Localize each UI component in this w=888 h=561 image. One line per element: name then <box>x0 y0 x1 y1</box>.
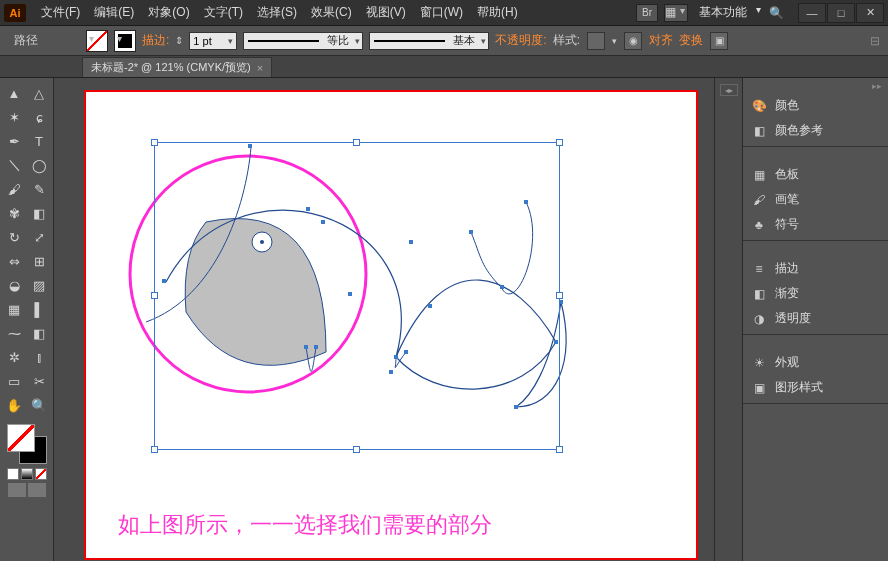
title-bar: Ai 文件(F) 编辑(E) 对象(O) 文字(T) 选择(S) 效果(C) 视… <box>0 0 888 26</box>
selection-bbox[interactable] <box>154 142 560 450</box>
bbox-handle-tc[interactable] <box>353 139 360 146</box>
blend-tool[interactable]: ◧ <box>28 322 51 344</box>
annotation-caption: 如上图所示，一一选择我们需要的部分 <box>118 510 492 540</box>
menu-effect[interactable]: 效果(C) <box>304 1 359 24</box>
panel-symbols[interactable]: ♣符号 <box>743 212 888 237</box>
stroke-weight-input[interactable]: 1 pt▾ <box>189 32 237 50</box>
brush-icon: 🖌 <box>751 192 767 208</box>
transform-label[interactable]: 变换 <box>679 32 703 49</box>
panel-gradient[interactable]: ◧渐变 <box>743 281 888 306</box>
profile1-label: 等比 <box>323 33 353 48</box>
selection-tool[interactable]: ▲ <box>3 82 26 104</box>
artboard[interactable]: 如上图所示，一一选择我们需要的部分 <box>84 90 698 560</box>
stroke-swatch[interactable] <box>114 30 136 52</box>
color-mode-solid[interactable] <box>7 468 19 480</box>
maximize-button[interactable]: □ <box>827 3 855 23</box>
bbox-handle-bc[interactable] <box>353 446 360 453</box>
panel-color[interactable]: 🎨颜色 <box>743 93 888 118</box>
close-button[interactable]: ✕ <box>856 3 884 23</box>
mesh-tool[interactable]: ▦ <box>3 298 26 320</box>
direct-selection-tool[interactable]: △ <box>28 82 51 104</box>
fill-stroke-indicator[interactable] <box>5 424 49 464</box>
gradient-tool[interactable]: ▌ <box>28 298 51 320</box>
bbox-handle-bl[interactable] <box>151 446 158 453</box>
toolbox: ▲△ ✶ɕ ✒T ＼◯ 🖌✎ ✾◧ ↻⤢ ⇔⊞ ◒▨ ▦▌ ⁓◧ ✲⫿ ▭✂ ✋… <box>0 78 54 561</box>
panel-transparency-label: 透明度 <box>775 310 811 327</box>
stroke-label[interactable]: 描边: <box>142 32 169 49</box>
artboard-tool[interactable]: ▭ <box>3 370 26 392</box>
menu-file[interactable]: 文件(F) <box>34 1 87 24</box>
brush-def-dropdown[interactable]: 基本▾ <box>369 32 489 50</box>
ellipse-tool[interactable]: ◯ <box>28 154 51 176</box>
type-tool[interactable]: T <box>28 130 51 152</box>
menu-edit[interactable]: 编辑(E) <box>87 1 141 24</box>
style-thumb[interactable] <box>587 32 605 50</box>
isolate-button[interactable]: ▣ <box>710 32 728 50</box>
zoom-tool[interactable]: 🔍 <box>28 394 51 416</box>
arrange-docs-dropdown[interactable]: ▦ <box>664 4 688 22</box>
bbox-handle-mr[interactable] <box>556 292 563 299</box>
bbox-handle-br[interactable] <box>556 446 563 453</box>
canvas[interactable]: 如上图所示，一一选择我们需要的部分 <box>54 78 714 561</box>
search-icon[interactable]: 🔍 <box>767 4 785 22</box>
width-tool[interactable]: ⇔ <box>3 250 26 272</box>
align-label[interactable]: 对齐 <box>649 32 673 49</box>
menu-type[interactable]: 文字(T) <box>197 1 250 24</box>
bbox-handle-tr[interactable] <box>556 139 563 146</box>
paintbrush-tool[interactable]: 🖌 <box>3 178 26 200</box>
document-tab[interactable]: 未标题-2* @ 121% (CMYK/预览) × <box>82 57 272 77</box>
panel-stroke[interactable]: ≡描边 <box>743 256 888 281</box>
document-tab-close-icon[interactable]: × <box>257 62 263 74</box>
symbol-sprayer-tool[interactable]: ✲ <box>3 346 26 368</box>
blob-brush-tool[interactable]: ✾ <box>3 202 26 224</box>
menu-view[interactable]: 视图(V) <box>359 1 413 24</box>
color-mode-gradient[interactable] <box>21 468 33 480</box>
line-tool[interactable]: ＼ <box>3 154 26 176</box>
lasso-tool[interactable]: ɕ <box>28 106 51 128</box>
panel-appearance[interactable]: ☀外观 <box>743 350 888 375</box>
shape-builder-tool[interactable]: ◒ <box>3 274 26 296</box>
recolor-button[interactable]: ◉ <box>624 32 642 50</box>
bbox-handle-tl[interactable] <box>151 139 158 146</box>
eyedropper-tool[interactable]: ⁓ <box>3 322 26 344</box>
menu-object[interactable]: 对象(O) <box>141 1 196 24</box>
eraser-tool[interactable]: ◧ <box>28 202 51 224</box>
slice-tool[interactable]: ✂ <box>28 370 51 392</box>
panel-gradient-label: 渐变 <box>775 285 799 302</box>
panel-group-toggle-icon[interactable]: ▸▸ <box>872 81 882 93</box>
window-controls: — □ ✕ <box>797 3 884 23</box>
fill-color-box[interactable] <box>7 424 35 452</box>
bbox-handle-ml[interactable] <box>151 292 158 299</box>
perspective-tool[interactable]: ▨ <box>28 274 51 296</box>
fill-swatch[interactable] <box>86 30 108 52</box>
bridge-icon[interactable]: Br <box>636 4 658 22</box>
screen-mode-normal[interactable] <box>8 483 26 497</box>
width-profile-dropdown[interactable]: 等比▾ <box>243 32 363 50</box>
magic-wand-tool[interactable]: ✶ <box>3 106 26 128</box>
menu-select[interactable]: 选择(S) <box>250 1 304 24</box>
panel-collapse-strip: ◂▸ <box>714 78 742 561</box>
menu-help[interactable]: 帮助(H) <box>470 1 525 24</box>
color-mode-none[interactable] <box>35 468 47 480</box>
scale-tool[interactable]: ⤢ <box>28 226 51 248</box>
panel-transparency[interactable]: ◑透明度 <box>743 306 888 331</box>
free-transform-tool[interactable]: ⊞ <box>28 250 51 272</box>
panel-color-guide[interactable]: ◧颜色参考 <box>743 118 888 143</box>
column-graph-tool[interactable]: ⫿ <box>28 346 51 368</box>
pencil-tool[interactable]: ✎ <box>28 178 51 200</box>
options-overflow[interactable]: ⊟ <box>870 34 880 48</box>
opacity-label[interactable]: 不透明度: <box>495 32 546 49</box>
rotate-tool[interactable]: ↻ <box>3 226 26 248</box>
panel-brushes[interactable]: 🖌画笔 <box>743 187 888 212</box>
swatches-icon: ▦ <box>751 167 767 183</box>
hand-tool[interactable]: ✋ <box>3 394 26 416</box>
menu-window[interactable]: 窗口(W) <box>413 1 470 24</box>
minimize-button[interactable]: — <box>798 3 826 23</box>
workspace-switcher[interactable]: 基本功能 <box>691 2 761 23</box>
panel-swatches[interactable]: ▦色板 <box>743 162 888 187</box>
panel-graphic-styles[interactable]: ▣图形样式 <box>743 375 888 400</box>
screen-mode-full[interactable] <box>28 483 46 497</box>
collapse-toggle[interactable]: ◂▸ <box>720 84 738 96</box>
pen-tool[interactable]: ✒ <box>3 130 26 152</box>
panel-stroke-label: 描边 <box>775 260 799 277</box>
